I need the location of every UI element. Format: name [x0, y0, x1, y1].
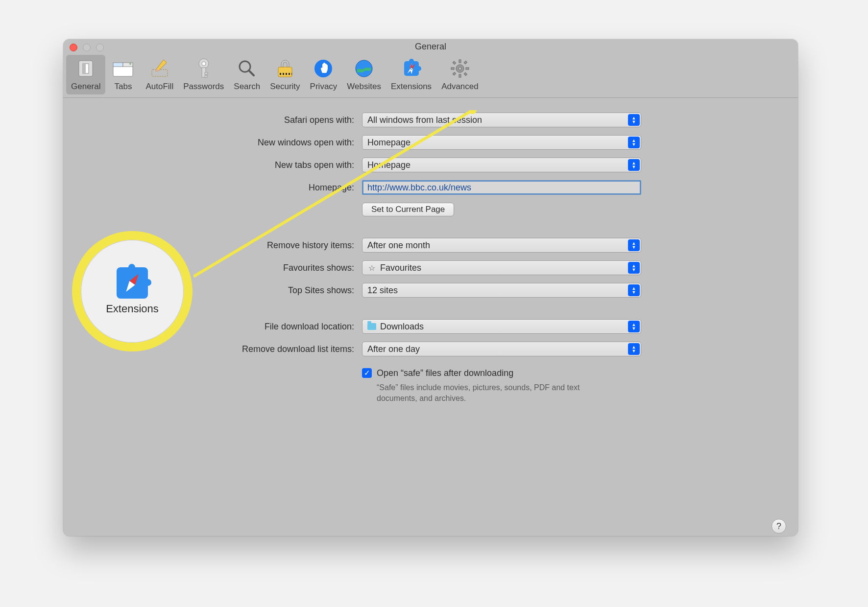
chevron-updown-icon: [628, 343, 640, 355]
toolbar-search[interactable]: Search: [229, 55, 265, 94]
checkbox-open-safe-files[interactable]: ✓: [362, 368, 372, 378]
svg-point-30: [409, 59, 414, 64]
chevron-updown-icon: [628, 262, 640, 274]
toolbar-label: Websites: [347, 82, 381, 92]
toolbar-label: Tabs: [115, 82, 132, 92]
popup-value: After one month: [367, 240, 430, 251]
svg-point-11: [202, 62, 206, 66]
help-button[interactable]: ?: [772, 519, 786, 534]
popup-value: Downloads: [380, 322, 424, 332]
search-icon: [236, 58, 258, 79]
toolbar-general[interactable]: General: [66, 55, 105, 94]
svg-rect-45: [453, 61, 456, 64]
autofill-icon: [149, 58, 170, 79]
window-title: General: [63, 42, 798, 52]
popup-value: After one day: [367, 344, 420, 354]
svg-point-38: [410, 68, 412, 70]
toolbar-autofill[interactable]: AutoFill: [141, 55, 178, 94]
chevron-updown-icon: [628, 114, 640, 126]
svg-rect-47: [464, 61, 467, 64]
popup-remove-download-list[interactable]: After one day: [362, 342, 641, 356]
popup-safari-opens-with[interactable]: All windows from last session: [362, 113, 641, 127]
svg-rect-17: [278, 67, 292, 77]
svg-rect-14: [205, 75, 207, 77]
popup-value: Favourites: [380, 263, 421, 273]
svg-rect-43: [451, 68, 454, 70]
toolbar-security[interactable]: Security: [265, 55, 305, 94]
toolbar-label: Extensions: [391, 82, 432, 92]
svg-rect-4: [113, 63, 123, 67]
toolbar-tabs[interactable]: + Tabs: [105, 55, 141, 94]
chevron-updown-icon: [628, 284, 640, 296]
popup-favourites[interactable]: ☆ Favourites: [362, 260, 641, 275]
toolbar-advanced[interactable]: Advanced: [436, 55, 483, 94]
chevron-updown-icon: [628, 239, 640, 251]
star-icon: ☆: [367, 263, 376, 272]
passwords-icon: [193, 58, 215, 79]
label-favourites: Favourites shows:: [63, 263, 362, 273]
help-text-safe-files: “Safe” files include movies, pictures, s…: [377, 382, 582, 403]
popup-value: Homepage: [367, 138, 410, 148]
toolbar-label: Search: [234, 82, 260, 92]
svg-rect-44: [466, 68, 469, 70]
svg-rect-23: [287, 73, 289, 75]
svg-point-40: [458, 67, 461, 70]
toolbar-websites[interactable]: Websites: [342, 55, 386, 94]
privacy-icon: [313, 58, 334, 79]
toolbar-label: AutoFill: [145, 82, 173, 92]
popup-new-windows[interactable]: Homepage: [362, 135, 641, 150]
popup-new-tabs[interactable]: Homepage: [362, 158, 641, 172]
toolbar-label: Advanced: [441, 82, 479, 92]
input-homepage[interactable]: [362, 180, 641, 195]
label-new-windows: New windows open with:: [63, 138, 362, 148]
toolbar-label: Security: [270, 82, 300, 92]
button-set-current-page[interactable]: Set to Current Page: [362, 203, 454, 216]
toolbar-passwords[interactable]: Passwords: [178, 55, 229, 94]
svg-rect-3: [113, 66, 133, 76]
advanced-icon: [449, 58, 471, 79]
extensions-icon: [401, 58, 422, 79]
security-icon: [274, 58, 296, 79]
chevron-updown-icon: [628, 137, 640, 148]
label-remove-history: Remove history items:: [63, 240, 362, 251]
label-remove-download-list: Remove download list items:: [63, 344, 362, 354]
folder-icon: [367, 322, 376, 331]
toolbar-label: Passwords: [183, 82, 224, 92]
toolbar-label: General: [71, 82, 100, 92]
svg-rect-13: [205, 72, 208, 74]
label-new-tabs: New tabs open with:: [63, 160, 362, 170]
chevron-updown-icon: [628, 159, 640, 171]
svg-point-29: [416, 66, 421, 71]
svg-rect-46: [464, 72, 467, 75]
popup-value: All windows from last session: [367, 115, 482, 125]
popup-value: 12 sites: [367, 285, 398, 296]
label-top-sites: Top Sites shows:: [63, 285, 362, 296]
general-pane: Safari opens with: All windows from last…: [63, 98, 798, 403]
tabs-icon: +: [112, 58, 134, 79]
toolbar-label: Privacy: [310, 82, 338, 92]
svg-rect-7: [152, 70, 168, 76]
popup-download-location[interactable]: Downloads: [362, 319, 641, 334]
svg-line-16: [249, 70, 254, 75]
svg-rect-22: [284, 73, 286, 75]
toolbar-extensions[interactable]: Extensions: [386, 55, 436, 94]
svg-rect-42: [459, 74, 461, 77]
label-open-safe-files: Open “safe” files after downloading: [377, 368, 513, 378]
preferences-window: General General + Tab: [63, 39, 798, 536]
popup-remove-history[interactable]: After one month: [362, 238, 641, 253]
svg-text:+: +: [129, 61, 132, 67]
websites-icon: [353, 58, 375, 79]
label-download-location: File download location:: [63, 322, 362, 332]
svg-rect-48: [453, 72, 456, 75]
toolbar-privacy[interactable]: Privacy: [305, 55, 342, 94]
popup-top-sites[interactable]: 12 sites: [362, 283, 641, 298]
general-icon: [75, 58, 96, 79]
preferences-toolbar: General + Tabs AutoFill: [63, 55, 798, 98]
svg-rect-2: [83, 64, 86, 73]
titlebar: General: [63, 39, 798, 55]
svg-rect-21: [281, 73, 283, 75]
chevron-updown-icon: [628, 321, 640, 332]
svg-rect-41: [459, 60, 461, 63]
svg-rect-20: [278, 73, 280, 75]
label-safari-opens-with: Safari opens with:: [63, 115, 362, 125]
